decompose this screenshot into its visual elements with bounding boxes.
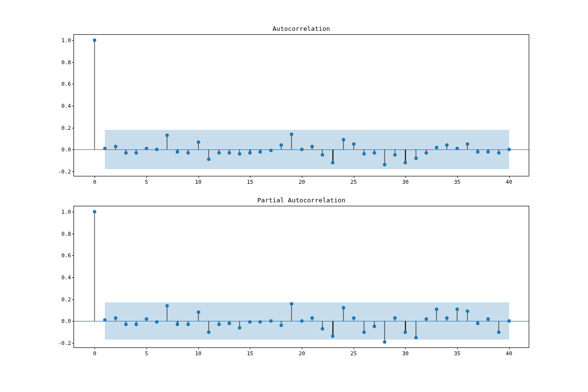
data-marker — [487, 150, 490, 153]
ytick-label: 0.8 — [61, 59, 74, 65]
data-marker — [238, 326, 242, 329]
data-marker — [186, 322, 190, 326]
xtick-label: 15 — [247, 347, 253, 357]
ytick-label: 0.4 — [61, 103, 74, 109]
data-marker — [228, 151, 231, 154]
data-marker — [497, 151, 500, 154]
acf-plot: Autocorrelation-0.20.00.20.40.60.81.0051… — [74, 34, 529, 176]
ytick-label: 0.4 — [61, 274, 74, 281]
data-marker — [134, 322, 138, 326]
data-marker — [466, 143, 469, 146]
ytick-label: 0.0 — [61, 147, 74, 153]
xtick-label: 35 — [454, 347, 460, 357]
ytick-label: 0.2 — [61, 124, 74, 131]
xtick-label: 0 — [93, 176, 97, 185]
data-marker — [217, 322, 220, 326]
xtick-label: 5 — [145, 176, 148, 185]
data-marker — [456, 147, 459, 150]
ytick-label: -0.2 — [58, 168, 74, 174]
chart-title: Partial Autocorrelation — [74, 196, 529, 204]
data-marker — [196, 140, 200, 144]
data-marker — [114, 145, 117, 148]
xtick-label: 25 — [350, 347, 357, 357]
data-marker — [404, 161, 407, 165]
data-marker — [145, 147, 148, 150]
ytick-label: 0.0 — [61, 318, 74, 324]
data-marker — [311, 316, 314, 319]
data-marker — [186, 151, 190, 154]
ytick-label: 0.8 — [61, 230, 74, 237]
data-marker — [300, 148, 304, 151]
data-marker — [279, 144, 283, 147]
chart-title: Autocorrelation — [74, 25, 529, 32]
stem — [291, 304, 292, 321]
data-marker — [507, 148, 511, 151]
data-marker — [372, 151, 376, 154]
data-marker — [166, 304, 169, 308]
xtick-label: 25 — [350, 176, 357, 185]
data-marker — [393, 153, 397, 157]
data-marker — [342, 306, 345, 310]
ytick-label: 1.0 — [61, 37, 74, 44]
data-marker — [435, 146, 438, 149]
data-marker — [445, 144, 448, 147]
data-marker — [155, 320, 159, 324]
data-marker — [259, 320, 262, 324]
pacf-plot: Partial Autocorrelation-0.20.00.20.40.60… — [74, 206, 529, 348]
data-marker — [321, 327, 324, 330]
data-marker — [166, 134, 169, 137]
data-marker — [487, 317, 490, 320]
data-marker — [290, 302, 293, 305]
data-marker — [466, 310, 469, 313]
data-marker — [124, 151, 127, 154]
data-marker — [176, 322, 179, 326]
data-marker — [176, 150, 179, 153]
data-marker — [476, 150, 480, 153]
xtick-label: 30 — [402, 176, 409, 185]
data-marker — [362, 330, 366, 334]
data-marker — [134, 151, 138, 154]
data-marker — [114, 316, 117, 319]
data-marker — [248, 320, 252, 324]
ytick-label: 1.0 — [61, 209, 74, 215]
xtick-label: 35 — [454, 176, 460, 185]
data-marker — [497, 330, 500, 334]
data-marker — [383, 340, 387, 343]
data-marker — [507, 319, 511, 323]
xtick-label: 30 — [402, 347, 409, 357]
data-marker — [456, 307, 459, 311]
stem — [457, 309, 457, 321]
data-marker — [424, 317, 428, 320]
ytick-label: 0.2 — [61, 296, 74, 302]
xtick-label: 10 — [195, 347, 201, 357]
data-marker — [445, 316, 448, 319]
ytick-label: 0.6 — [61, 252, 74, 259]
data-marker — [331, 335, 335, 338]
stem — [343, 308, 343, 321]
data-marker — [238, 152, 242, 156]
stem — [167, 135, 168, 149]
data-marker — [269, 149, 272, 152]
stem — [416, 321, 416, 337]
data-marker — [372, 325, 376, 328]
data-marker — [93, 39, 97, 42]
stem — [333, 321, 333, 336]
data-marker — [196, 311, 200, 314]
ytick-label: 0.6 — [61, 81, 74, 87]
data-marker — [393, 316, 397, 319]
data-marker — [476, 321, 480, 325]
data-marker — [383, 163, 387, 167]
data-marker — [145, 317, 148, 320]
xtick-label: 40 — [506, 176, 512, 185]
data-marker — [300, 319, 304, 323]
stem — [384, 321, 385, 342]
data-marker — [124, 322, 127, 326]
xtick-label: 40 — [506, 347, 512, 357]
data-marker — [404, 330, 407, 334]
stem — [95, 212, 95, 321]
stem — [384, 149, 385, 165]
data-marker — [321, 153, 324, 157]
data-marker — [217, 151, 220, 154]
xtick-label: 0 — [93, 347, 97, 357]
data-marker — [290, 133, 293, 136]
